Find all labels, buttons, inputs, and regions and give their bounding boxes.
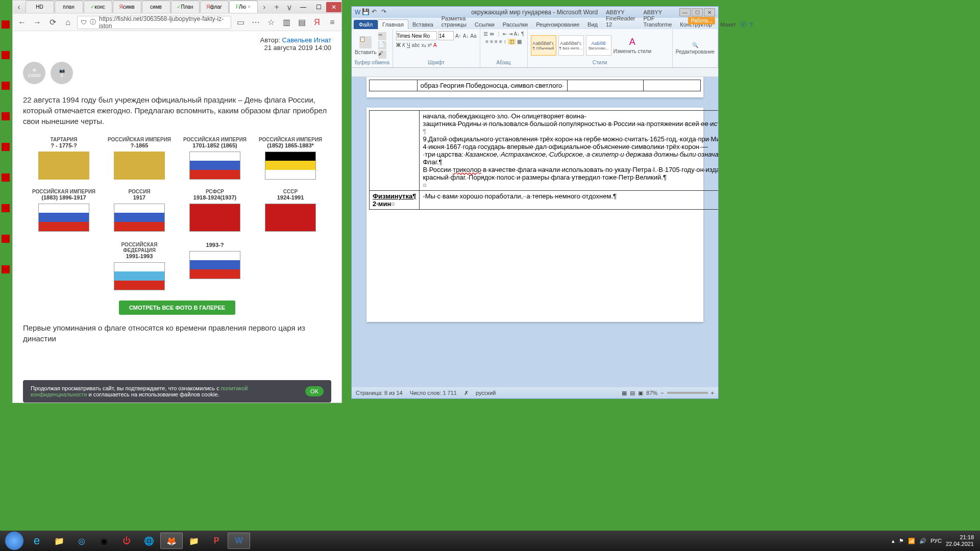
browser-tab[interactable]: ✓конс bbox=[84, 1, 112, 13]
new-tab-button[interactable]: + bbox=[271, 1, 283, 13]
view-web-icon[interactable]: ▣ bbox=[638, 390, 643, 396]
taskbar-firefox[interactable]: 🦊 bbox=[160, 533, 183, 549]
reload-button[interactable]: ⟳ bbox=[46, 16, 59, 29]
taskbar-explorer[interactable]: 📁 bbox=[48, 533, 70, 549]
style-no-spacing[interactable]: АаБбВвГг, ¶ Без инте... bbox=[558, 35, 584, 56]
ruler[interactable] bbox=[352, 68, 718, 77]
copy-icon[interactable]: 📄 bbox=[378, 41, 386, 49]
taskbar-app[interactable]: ◎ bbox=[70, 533, 93, 549]
zoom-slider[interactable] bbox=[667, 392, 708, 394]
language-indicator[interactable]: РУС bbox=[930, 538, 942, 544]
italic-button[interactable]: К bbox=[402, 42, 405, 48]
taskbar-ie[interactable]: e bbox=[26, 533, 48, 549]
maximize-button[interactable]: ☐ bbox=[311, 2, 326, 12]
back-button[interactable]: ← bbox=[16, 16, 28, 29]
font-color-icon[interactable]: A bbox=[433, 42, 437, 48]
desktop-icon[interactable] bbox=[1, 235, 10, 250]
ribbon-tab[interactable]: Макет bbox=[716, 20, 740, 29]
browser-tab[interactable]: симв bbox=[142, 1, 170, 13]
bold-button[interactable]: Ж bbox=[396, 42, 401, 48]
browser-tab[interactable]: HD bbox=[26, 1, 54, 13]
flag-icon[interactable]: ⚑ bbox=[899, 538, 904, 544]
view-read-icon[interactable]: ▤ bbox=[630, 390, 635, 396]
minimize-button[interactable]: — bbox=[296, 2, 311, 12]
borders-icon[interactable]: ▦ bbox=[517, 39, 522, 44]
justify-icon[interactable]: ≡ bbox=[499, 39, 502, 44]
ribbon-tab[interactable]: Рецензирование bbox=[532, 20, 583, 29]
browser-tab[interactable]: план bbox=[55, 1, 83, 13]
strike-button[interactable]: abc bbox=[412, 42, 420, 48]
gallery-button[interactable]: СМОТРЕТЬ ВСЕ ФОТО В ГАЛЕРЕЕ bbox=[119, 300, 235, 315]
browser-tab[interactable]: ✓План bbox=[171, 1, 200, 13]
browser-tab[interactable]: Ясимв bbox=[113, 1, 141, 13]
subscript-button[interactable]: x₂ bbox=[422, 42, 426, 48]
start-button[interactable] bbox=[3, 533, 26, 549]
change-case-icon[interactable]: Aa bbox=[470, 33, 476, 39]
align-left-icon[interactable]: ≡ bbox=[485, 39, 488, 44]
zoom-out-button[interactable]: − bbox=[660, 390, 664, 396]
desktop-icon[interactable] bbox=[1, 82, 10, 97]
hamburger-icon[interactable]: ≡ bbox=[326, 16, 338, 29]
grow-font-icon[interactable]: A↑ bbox=[455, 33, 461, 39]
font-size-select[interactable] bbox=[438, 31, 454, 40]
zoom-in-button[interactable]: + bbox=[711, 390, 714, 396]
tray-up-icon[interactable]: ▴ bbox=[892, 538, 895, 544]
cookie-ok-button[interactable]: OK bbox=[305, 386, 324, 396]
indent-dec-icon[interactable]: ⇤ bbox=[503, 31, 507, 37]
show-marks-icon[interactable]: ¶ bbox=[521, 31, 524, 37]
browser-tab[interactable]: Яфлаг bbox=[200, 1, 229, 13]
table-cell[interactable]: -Мы·с·вами·хорошо·поработали,··а·теперь·… bbox=[420, 191, 718, 210]
view-print-icon[interactable]: ▦ bbox=[622, 390, 627, 396]
multilevel-icon[interactable]: ⋮ bbox=[496, 31, 501, 37]
indent-inc-icon[interactable]: ⇥ bbox=[508, 31, 512, 37]
ribbon-tab[interactable]: ABBYY FineReader 12 bbox=[602, 8, 639, 29]
spellcheck-icon[interactable]: ✗ bbox=[464, 390, 469, 396]
ribbon-tab[interactable]: Вставка bbox=[408, 20, 437, 29]
sort-icon[interactable]: A↓ bbox=[514, 31, 520, 37]
style-heading[interactable]: АаБбВ Заголово... bbox=[586, 35, 611, 56]
desktop-icon[interactable] bbox=[1, 112, 10, 128]
redo-icon[interactable]: ↷ bbox=[381, 8, 389, 16]
tab-next-icon[interactable]: › bbox=[258, 1, 271, 13]
cut-icon[interactable]: ✂ bbox=[378, 32, 386, 40]
close-button[interactable]: ✕ bbox=[704, 8, 715, 16]
ribbon-tab-home[interactable]: Главная bbox=[378, 19, 408, 29]
status-page[interactable]: Страница: 8 из 14 bbox=[356, 390, 403, 396]
table-cell[interactable] bbox=[370, 111, 420, 191]
font-name-select[interactable] bbox=[396, 31, 437, 40]
menu-icon[interactable]: ⋯ bbox=[250, 16, 262, 29]
help-icon[interactable]: ? bbox=[749, 21, 753, 29]
document-area[interactable]: образ·Георгия·Победоносца,·символ·светло… bbox=[352, 77, 718, 387]
tab-menu-icon[interactable]: ∨ bbox=[283, 1, 296, 13]
minimize-button[interactable]: — bbox=[679, 8, 691, 16]
maximize-button[interactable]: ☐ bbox=[692, 8, 703, 16]
desktop-icon[interactable] bbox=[1, 265, 10, 281]
status-language[interactable]: русский bbox=[476, 390, 496, 396]
table-cell[interactable]: образ·Георгия·Победоносца,·символ·светло… bbox=[417, 80, 567, 91]
taskbar-powerpoint[interactable]: P bbox=[205, 533, 228, 549]
ribbon-tab[interactable]: Разметка страницы bbox=[437, 14, 471, 29]
taskbar-app[interactable]: ⏻ bbox=[115, 533, 138, 549]
change-styles-button[interactable]: A Изменить стили bbox=[614, 37, 651, 54]
desktop-icon[interactable] bbox=[1, 204, 10, 219]
desktop-icon[interactable] bbox=[1, 20, 10, 36]
table-cell[interactable]: Физминутка¶ 2·мин¤ bbox=[370, 191, 420, 210]
ribbon-tab-file[interactable]: Файл bbox=[354, 20, 378, 29]
home-button[interactable]: ⌂ bbox=[62, 16, 74, 29]
yandex-icon[interactable]: Я bbox=[311, 16, 323, 29]
taskbar-chrome[interactable]: 🌐 bbox=[138, 533, 160, 549]
desktop-icon[interactable] bbox=[1, 173, 10, 189]
style-normal[interactable]: АаБбВвГг, ¶ Обычный bbox=[531, 35, 556, 56]
line-spacing-icon[interactable]: ↕ bbox=[504, 39, 506, 44]
forward-button[interactable]: → bbox=[31, 16, 43, 29]
author-link[interactable]: Савельев Игнат bbox=[282, 36, 331, 44]
ribbon-minimize-icon[interactable]: ⓥ bbox=[740, 20, 746, 29]
paste-button[interactable]: 📋 Вставить bbox=[355, 36, 376, 55]
save-icon[interactable]: 💾 bbox=[362, 8, 370, 16]
ribbon-tab[interactable]: Рассылки bbox=[499, 20, 532, 29]
shading-icon[interactable]: ◫ bbox=[508, 39, 516, 44]
sidebar-icon[interactable]: ▤ bbox=[296, 16, 308, 29]
ribbon-tab[interactable]: Вид bbox=[583, 20, 602, 29]
volume-icon[interactable]: 🔊 bbox=[919, 538, 926, 544]
bookmark-icon[interactable]: ☆ bbox=[265, 16, 277, 29]
